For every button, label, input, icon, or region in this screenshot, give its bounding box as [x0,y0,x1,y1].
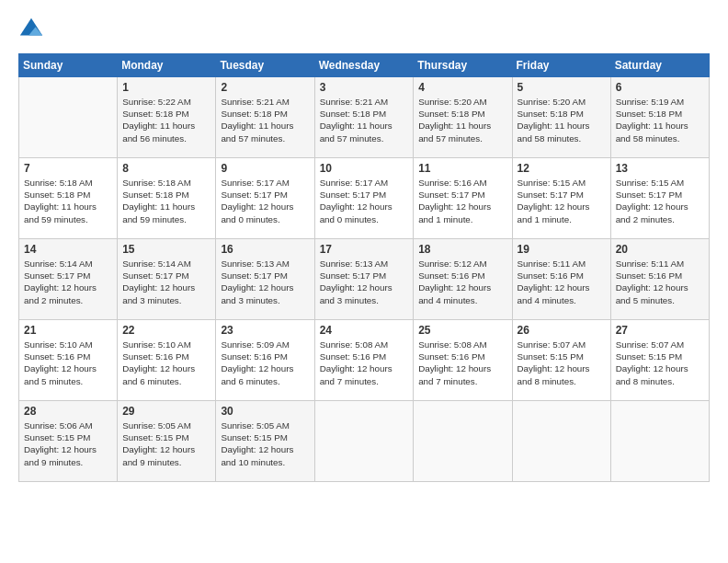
day-info: Sunrise: 5:10 AM Sunset: 5:16 PM Dayligh… [122,339,210,387]
calendar-week-3: 14Sunrise: 5:14 AM Sunset: 5:17 PM Dayli… [19,239,710,320]
calendar-week-5: 28Sunrise: 5:06 AM Sunset: 5:15 PM Dayli… [19,401,710,482]
calendar-table: SundayMondayTuesdayWednesdayThursdayFrid… [18,53,710,482]
day-number: 11 [418,162,506,175]
calendar-cell [19,77,118,158]
day-info: Sunrise: 5:11 AM Sunset: 5:16 PM Dayligh… [616,258,704,306]
day-number: 21 [24,324,112,337]
day-number: 4 [418,81,506,94]
day-number: 30 [221,405,309,418]
calendar-cell: 18Sunrise: 5:12 AM Sunset: 5:16 PM Dayli… [414,239,512,320]
calendar-header-wednesday: Wednesday [314,54,414,77]
day-info: Sunrise: 5:16 AM Sunset: 5:17 PM Dayligh… [418,177,506,225]
logo [18,17,48,42]
day-number: 28 [24,405,112,418]
day-info: Sunrise: 5:07 AM Sunset: 5:15 PM Dayligh… [518,339,606,387]
calendar-cell: 15Sunrise: 5:14 AM Sunset: 5:17 PM Dayli… [118,239,216,320]
calendar-cell: 29Sunrise: 5:05 AM Sunset: 5:15 PM Dayli… [118,401,216,482]
calendar-cell: 11Sunrise: 5:16 AM Sunset: 5:17 PM Dayli… [414,158,512,239]
day-info: Sunrise: 5:22 AM Sunset: 5:18 PM Dayligh… [122,96,210,144]
calendar-cell: 4Sunrise: 5:20 AM Sunset: 5:18 PM Daylig… [414,77,512,158]
calendar-cell: 12Sunrise: 5:15 AM Sunset: 5:17 PM Dayli… [512,158,610,239]
day-number: 10 [320,162,409,175]
day-info: Sunrise: 5:05 AM Sunset: 5:15 PM Dayligh… [221,419,309,468]
calendar-cell: 16Sunrise: 5:13 AM Sunset: 5:17 PM Dayli… [216,239,314,320]
day-info: Sunrise: 5:15 AM Sunset: 5:17 PM Dayligh… [616,177,704,225]
calendar-week-1: 1Sunrise: 5:22 AM Sunset: 5:18 PM Daylig… [19,77,710,158]
calendar-week-2: 7Sunrise: 5:18 AM Sunset: 5:18 PM Daylig… [19,158,710,239]
day-info: Sunrise: 5:15 AM Sunset: 5:17 PM Dayligh… [518,177,606,225]
day-info: Sunrise: 5:18 AM Sunset: 5:18 PM Dayligh… [122,177,210,225]
day-info: Sunrise: 5:06 AM Sunset: 5:15 PM Dayligh… [24,419,112,468]
page-header [18,17,710,42]
logo-icon [18,17,44,42]
day-number: 27 [616,324,704,337]
calendar-cell [314,401,414,482]
calendar-header-friday: Friday [512,54,610,77]
day-info: Sunrise: 5:21 AM Sunset: 5:18 PM Dayligh… [320,96,409,144]
calendar-header-sunday: Sunday [19,54,118,77]
calendar-cell: 3Sunrise: 5:21 AM Sunset: 5:18 PM Daylig… [314,77,414,158]
calendar-cell: 23Sunrise: 5:09 AM Sunset: 5:16 PM Dayli… [216,320,314,401]
day-info: Sunrise: 5:07 AM Sunset: 5:15 PM Dayligh… [616,339,704,387]
day-info: Sunrise: 5:14 AM Sunset: 5:17 PM Dayligh… [122,258,210,306]
calendar-cell: 14Sunrise: 5:14 AM Sunset: 5:17 PM Dayli… [19,239,118,320]
day-number: 9 [221,162,309,175]
calendar-cell: 9Sunrise: 5:17 AM Sunset: 5:17 PM Daylig… [216,158,314,239]
calendar-cell: 1Sunrise: 5:22 AM Sunset: 5:18 PM Daylig… [118,77,216,158]
calendar-cell: 6Sunrise: 5:19 AM Sunset: 5:18 PM Daylig… [610,77,709,158]
calendar-cell: 22Sunrise: 5:10 AM Sunset: 5:16 PM Dayli… [118,320,216,401]
day-info: Sunrise: 5:18 AM Sunset: 5:18 PM Dayligh… [24,177,112,225]
day-number: 22 [122,324,210,337]
day-number: 18 [418,243,506,256]
day-number: 5 [518,81,606,94]
day-number: 25 [418,324,506,337]
calendar-cell: 25Sunrise: 5:08 AM Sunset: 5:16 PM Dayli… [414,320,512,401]
day-info: Sunrise: 5:10 AM Sunset: 5:16 PM Dayligh… [24,339,112,387]
day-number: 14 [24,243,112,256]
day-info: Sunrise: 5:11 AM Sunset: 5:16 PM Dayligh… [518,258,606,306]
calendar-header-saturday: Saturday [610,54,709,77]
calendar-header-thursday: Thursday [414,54,512,77]
calendar-cell: 20Sunrise: 5:11 AM Sunset: 5:16 PM Dayli… [610,239,709,320]
calendar-header-tuesday: Tuesday [216,54,314,77]
day-number: 17 [320,243,409,256]
calendar-cell: 5Sunrise: 5:20 AM Sunset: 5:18 PM Daylig… [512,77,610,158]
calendar-cell [414,401,512,482]
day-number: 2 [221,81,309,94]
day-number: 7 [24,162,112,175]
day-info: Sunrise: 5:13 AM Sunset: 5:17 PM Dayligh… [221,258,309,306]
day-number: 15 [122,243,210,256]
day-info: Sunrise: 5:19 AM Sunset: 5:18 PM Dayligh… [616,96,704,144]
calendar-cell: 17Sunrise: 5:13 AM Sunset: 5:17 PM Dayli… [314,239,414,320]
day-number: 26 [518,324,606,337]
calendar-cell: 24Sunrise: 5:08 AM Sunset: 5:16 PM Dayli… [314,320,414,401]
calendar-cell: 10Sunrise: 5:17 AM Sunset: 5:17 PM Dayli… [314,158,414,239]
day-info: Sunrise: 5:21 AM Sunset: 5:18 PM Dayligh… [221,96,309,144]
calendar-cell: 8Sunrise: 5:18 AM Sunset: 5:18 PM Daylig… [118,158,216,239]
day-number: 20 [616,243,704,256]
calendar-cell: 7Sunrise: 5:18 AM Sunset: 5:18 PM Daylig… [19,158,118,239]
calendar-cell [512,401,610,482]
day-info: Sunrise: 5:13 AM Sunset: 5:17 PM Dayligh… [320,258,409,306]
day-info: Sunrise: 5:17 AM Sunset: 5:17 PM Dayligh… [320,177,409,225]
day-number: 6 [616,81,704,94]
calendar-header-row: SundayMondayTuesdayWednesdayThursdayFrid… [19,54,710,77]
calendar-week-4: 21Sunrise: 5:10 AM Sunset: 5:16 PM Dayli… [19,320,710,401]
calendar-cell: 30Sunrise: 5:05 AM Sunset: 5:15 PM Dayli… [216,401,314,482]
day-info: Sunrise: 5:08 AM Sunset: 5:16 PM Dayligh… [418,339,506,387]
calendar-cell: 27Sunrise: 5:07 AM Sunset: 5:15 PM Dayli… [610,320,709,401]
day-number: 24 [320,324,409,337]
calendar-cell: 2Sunrise: 5:21 AM Sunset: 5:18 PM Daylig… [216,77,314,158]
day-info: Sunrise: 5:20 AM Sunset: 5:18 PM Dayligh… [518,96,606,144]
day-number: 1 [122,81,210,94]
calendar-cell: 26Sunrise: 5:07 AM Sunset: 5:15 PM Dayli… [512,320,610,401]
day-number: 3 [320,81,409,94]
calendar-header-monday: Monday [118,54,216,77]
calendar-cell: 13Sunrise: 5:15 AM Sunset: 5:17 PM Dayli… [610,158,709,239]
day-number: 29 [122,405,210,418]
day-number: 8 [122,162,210,175]
day-number: 12 [518,162,606,175]
calendar-cell [610,401,709,482]
day-number: 23 [221,324,309,337]
day-number: 19 [518,243,606,256]
